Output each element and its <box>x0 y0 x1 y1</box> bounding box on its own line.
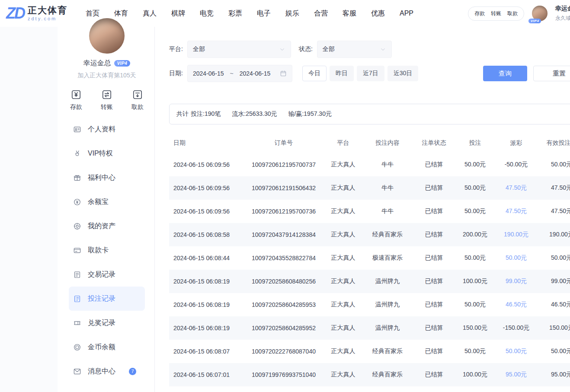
sidebar-item[interactable]: 福利中心 <box>69 166 145 190</box>
assets-icon <box>73 222 81 230</box>
sidebar-item-label: VIP特权 <box>88 149 113 158</box>
sidebar-item[interactable]: 意见反馈 <box>69 383 145 392</box>
sidebar-item[interactable]: 投注记录 <box>69 287 145 311</box>
sidebar-item[interactable]: 余额宝 <box>69 190 145 214</box>
cell-date: 2024-06-15 06:08:44 <box>169 255 243 261</box>
cell-status: 已结算 <box>413 301 455 309</box>
nav-item[interactable]: 首页 <box>86 9 99 18</box>
wallet-quick-links: 存款转账取款 <box>468 6 524 21</box>
cell-date: 2024-06-15 06:08:07 <box>169 348 243 355</box>
cell-payout: 46.50元 <box>496 301 537 309</box>
date-range-input[interactable]: 2024-06-15 ~ 2024-06-15 <box>187 65 292 82</box>
wallet-link[interactable]: 取款 <box>507 10 518 17</box>
cell-valid-bet: 50.00元 <box>537 254 570 262</box>
table-row: 2024-06-15 06:08:441009720435528822784正大… <box>169 246 570 270</box>
sidebar-item[interactable]: 个人资料 <box>69 117 145 141</box>
cell-platform: 正大真人 <box>325 371 362 379</box>
cell-bet-content: 温州牌九 <box>362 301 413 309</box>
nav-item[interactable]: 娱乐 <box>285 9 299 18</box>
wallet-link[interactable]: 存款 <box>474 10 485 17</box>
quick-action-transfer[interactable]: 转账 <box>101 89 113 111</box>
cell-platform: 正大真人 <box>325 207 362 215</box>
nav-item[interactable]: 棋牌 <box>171 9 185 18</box>
date-filter-label: 日期: <box>169 70 183 77</box>
sidebar-item[interactable]: 取款卡 <box>69 238 145 262</box>
message-icon <box>73 367 81 376</box>
filter-row-date: 日期: 2024-06-15 ~ 2024-06-15 今日昨日近7日近30日 … <box>169 65 570 82</box>
sidebar-item[interactable]: 兑奖记录 <box>69 311 145 335</box>
calendar-icon <box>280 70 287 77</box>
date-to: 2024-06-15 <box>240 70 271 77</box>
nav-item[interactable]: 真人 <box>143 9 157 18</box>
platform-select[interactable]: 全部 <box>187 41 291 58</box>
cell-order-no: 1009720258608480256 <box>243 278 325 285</box>
chevron-down-icon <box>380 46 386 53</box>
quick-action-deposit[interactable]: 存款 <box>70 89 82 111</box>
cell-order-no: 1009720437914128384 <box>243 231 325 238</box>
cell-bet-amount: 100.00元 <box>455 371 496 379</box>
quick-range-button[interactable]: 今日 <box>302 66 327 81</box>
chevron-down-icon <box>279 46 285 53</box>
sidebar-item[interactable]: 交易记录 <box>69 262 145 287</box>
search-button[interactable]: 查询 <box>483 66 527 81</box>
quick-action-withdraw[interactable]: 取款 <box>131 89 144 111</box>
cell-date: 2024-06-15 06:07:01 <box>169 371 243 378</box>
nav-item[interactable]: 合营 <box>314 9 328 18</box>
sidebar-item[interactable]: 消息中心7 <box>69 359 145 383</box>
transactions-icon <box>73 271 81 279</box>
deposit-icon <box>70 89 82 100</box>
cell-bet-content: 牛牛 <box>362 207 413 215</box>
status-select[interactable]: 全部 <box>317 41 392 58</box>
header-right: 存款转账取款 VIP4 幸运金总 永久域名: <box>468 0 570 27</box>
reset-button[interactable]: 重置 <box>533 66 570 81</box>
platform-filter-label: 平台: <box>169 45 183 53</box>
cell-valid-bet: 50.00元 <box>537 347 570 355</box>
cell-bet-amount: 150.00元 <box>455 324 496 332</box>
nav-item[interactable]: 客服 <box>343 9 356 18</box>
unread-badge: 7 <box>129 368 136 375</box>
column-header: 投注 <box>455 139 496 147</box>
cell-valid-bet: 47.50元 <box>537 207 570 215</box>
sidebar-item-label: 取款卡 <box>88 246 109 255</box>
cell-bet-content: 温州牌九 <box>362 324 413 332</box>
sidebar-item[interactable]: VIP特权 <box>69 141 145 166</box>
sidebar-item-label: 投注记录 <box>88 294 115 303</box>
sidebar-item[interactable]: 金币余额 <box>69 335 145 359</box>
brand-domain: zdty.com <box>28 16 67 22</box>
nav-item[interactable]: 电子 <box>257 9 271 18</box>
quick-action-label: 转账 <box>101 103 113 111</box>
column-header: 投注内容 <box>362 139 413 147</box>
cell-status: 已结算 <box>413 324 455 332</box>
sidebar-item-label: 个人资料 <box>88 125 115 134</box>
cell-bet-content: 经典百家乐 <box>362 371 413 379</box>
cell-payout: 50.00元 <box>496 347 537 355</box>
nav-item[interactable]: 电竞 <box>200 9 214 18</box>
cell-status: 已结算 <box>413 254 455 262</box>
quick-range-button[interactable]: 近30日 <box>387 66 419 81</box>
nav-item[interactable]: APP <box>400 10 413 17</box>
nav-item[interactable]: 彩票 <box>228 9 242 18</box>
quick-range-button[interactable]: 昨日 <box>330 66 354 81</box>
cell-payout: 95.00元 <box>496 371 537 379</box>
user-name: 幸运金总 <box>555 5 570 13</box>
gift-icon <box>73 174 81 182</box>
wallet-link[interactable]: 转账 <box>491 10 501 17</box>
brand-logo[interactable]: ZD 正大体育 zdty.com <box>6 6 71 22</box>
profile-vip-badge: VIP4 <box>114 60 131 67</box>
nav-item[interactable]: 体育 <box>114 9 128 18</box>
sidebar-item[interactable]: 我的资产 <box>69 214 145 238</box>
nav-item[interactable]: 优惠 <box>371 9 385 18</box>
column-header: 日期 <box>169 139 243 147</box>
cell-bet-amount: 50.00元 <box>455 207 496 215</box>
quick-range-button[interactable]: 近7日 <box>357 66 384 81</box>
cell-valid-bet: 190.00元 <box>537 231 570 239</box>
cell-date: 2024-06-15 06:09:56 <box>169 208 243 215</box>
cell-platform: 正大真人 <box>325 254 362 262</box>
cell-valid-bet: 47.50元 <box>537 184 570 192</box>
join-days-text: 加入正大体育第105天 <box>77 72 136 80</box>
cell-bet-amount: 200.00元 <box>455 231 496 239</box>
quick-date-ranges: 今日昨日近7日近30日 <box>302 66 418 81</box>
user-avatar[interactable]: VIP4 <box>532 6 548 21</box>
cell-order-no: 1009720612195700737 <box>243 161 325 168</box>
cell-platform: 正大真人 <box>325 301 362 309</box>
